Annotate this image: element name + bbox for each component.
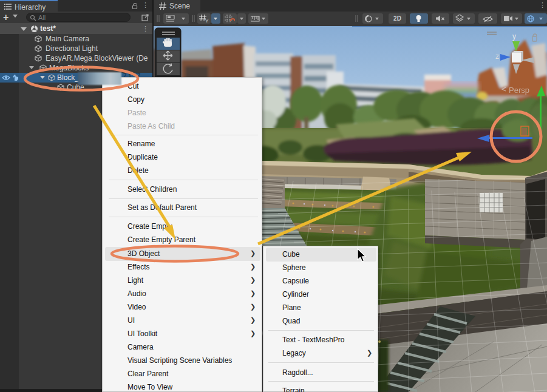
svg-text:y: y — [512, 32, 516, 41]
svg-text:Y: Y — [205, 18, 209, 22]
svg-text:Persp: Persp — [509, 86, 529, 95]
svg-text:z: z — [495, 52, 499, 61]
